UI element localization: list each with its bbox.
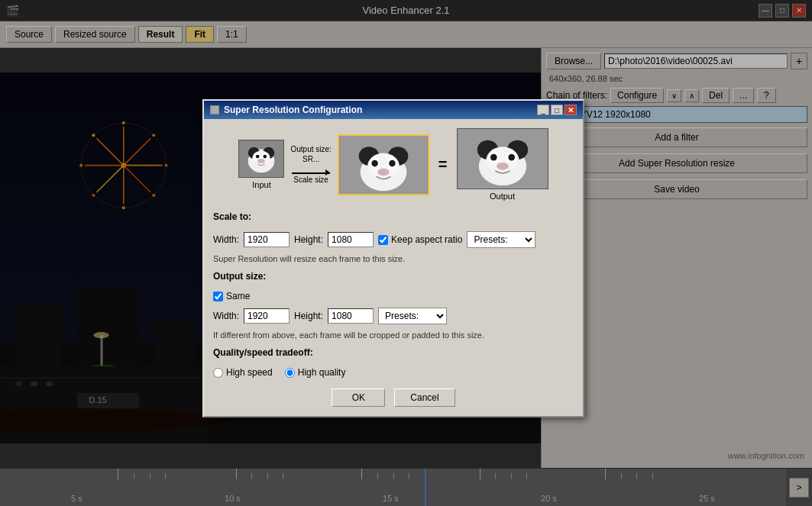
svg-point-43: [264, 155, 267, 159]
output-size-section: Output size: Same Width: Height: Presets…: [213, 271, 574, 340]
output-presets-select[interactable]: Presets:: [378, 308, 447, 324]
cancel-button[interactable]: Cancel: [394, 388, 455, 407]
panda-preview: Input Output size: SR... Scale size: [213, 128, 574, 201]
output-height-label: Height:: [294, 311, 323, 321]
scale-presets-select[interactable]: Presets:: [467, 231, 535, 248]
dialog-titlebar: Super Resolution Configuration _ □ ✕: [204, 101, 583, 119]
svg-point-64: [497, 163, 509, 170]
panda-output-section: Output: [457, 128, 548, 201]
same-checkbox[interactable]: [213, 292, 223, 301]
dialog-title: Super Resolution Configuration: [224, 105, 362, 115]
svg-point-54: [377, 168, 389, 176]
high-speed-label[interactable]: High speed: [213, 367, 273, 378]
dialog-minimize-button[interactable]: _: [537, 105, 549, 115]
output-size-title-row: Output size:: [213, 271, 574, 285]
keep-aspect-checkbox-label[interactable]: Keep aspect ratio: [378, 234, 462, 245]
scale-to-section: Scale to: Width: Height: Keep aspect rat…: [213, 211, 574, 263]
output-width-label: Width:: [213, 311, 239, 321]
dialog-buttons: OK Cancel: [213, 388, 574, 407]
same-checkbox-label[interactable]: Same: [213, 291, 250, 301]
scaled-panda-container: [338, 134, 429, 195]
output-dimensions-row: Width: Height: Presets:: [213, 308, 574, 324]
high-quality-radio[interactable]: [285, 368, 295, 378]
panda-output-thumb: [457, 128, 548, 189]
quality-label: Quality/speed tradeoff:: [213, 347, 313, 358]
scale-to-row: Scale to:: [213, 211, 574, 225]
scale-to-label: Scale to:: [213, 211, 251, 222]
high-quality-label[interactable]: High quality: [285, 367, 346, 378]
svg-point-42: [256, 155, 260, 159]
output-label: Output: [457, 192, 548, 201]
dialog-window-controls: _ □ ✕: [537, 105, 577, 115]
modal-overlay: Super Resolution Configuration _ □ ✕: [0, 0, 812, 506]
keep-aspect-checkbox[interactable]: [378, 235, 388, 245]
svg-point-62: [490, 154, 497, 161]
dialog-icon: [210, 105, 219, 114]
high-quality-text: High quality: [298, 367, 346, 378]
scale-width-label: Width:: [213, 234, 239, 245]
svg-point-53: [389, 160, 396, 166]
equals-sign: =: [438, 156, 448, 173]
panda-input-thumb: [238, 140, 284, 178]
quality-section: Quality/speed tradeoff: High speed High …: [213, 347, 574, 378]
super-resolution-dialog: Super Resolution Configuration _ □ ✕: [202, 99, 584, 417]
same-checkbox-row: Same: [213, 291, 574, 301]
high-speed-radio[interactable]: [213, 368, 223, 378]
scale-size-label: Scale size: [293, 176, 328, 184]
output-width-input[interactable]: [244, 308, 290, 324]
quality-label-row: Quality/speed tradeoff:: [213, 347, 574, 361]
dialog-content: Input Output size: SR... Scale size: [204, 119, 583, 416]
scale-hint: Super Resolution will resize each frame …: [213, 254, 574, 263]
output-size-title: Output size:: [213, 271, 266, 282]
dialog-close-button[interactable]: ✕: [565, 105, 577, 115]
svg-point-63: [508, 154, 515, 161]
svg-point-44: [258, 159, 266, 163]
scale-height-label: Height:: [294, 234, 323, 245]
dialog-restore-button[interactable]: □: [551, 105, 563, 115]
output-height-input[interactable]: [328, 308, 374, 324]
panda-scaled-thumb: [338, 134, 429, 195]
ok-button[interactable]: OK: [332, 388, 385, 407]
output-hint: If different from above, each frame will…: [213, 330, 574, 340]
scale-dimensions-row: Width: Height: Keep aspect ratio Presets…: [213, 231, 574, 248]
svg-point-52: [371, 160, 378, 166]
scale-width-input[interactable]: [244, 232, 290, 247]
keep-aspect-label: Keep aspect ratio: [391, 234, 462, 245]
panda-input-section: Input: [238, 140, 284, 189]
high-speed-text: High speed: [226, 367, 273, 378]
output-size-arrow-label: Output size:: [290, 145, 331, 153]
sr-arrow-line: [292, 172, 330, 174]
quality-radio-group: High speed High quality: [213, 367, 574, 378]
input-label: Input: [238, 180, 284, 189]
sr-arrow: Output size: SR... Scale size: [290, 145, 331, 184]
sr-label: SR...: [302, 155, 319, 163]
scale-height-input[interactable]: [328, 232, 374, 247]
same-label: Same: [226, 291, 250, 301]
